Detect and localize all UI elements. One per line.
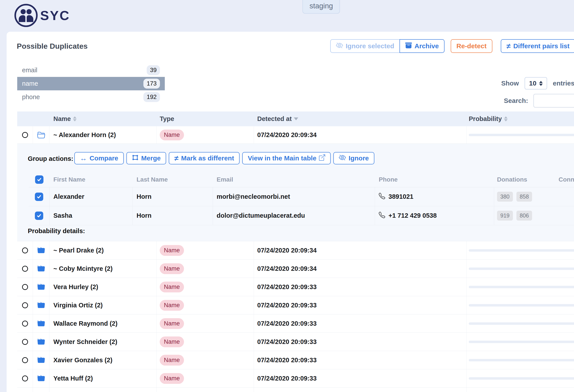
probability-bar [469,341,574,343]
table-row[interactable]: ~ Pearl Drake (2) Name 07/24/2020 20:09:… [17,241,574,260]
archive-button[interactable]: Archive [400,39,445,53]
detected-at: 07/24/2020 20:09:33 [257,320,317,327]
row-radio[interactable] [22,375,28,381]
page-size-control: Show 10 entries [501,77,574,90]
probability-bar [469,359,574,361]
type-badge: Name [160,245,184,256]
mark-as-different-button[interactable]: ≠ Mark as different [169,152,240,164]
probability-bar [469,267,574,270]
column-header-name[interactable]: Name [49,112,157,126]
eye-slash-icon [339,154,346,163]
table-row[interactable]: Wallace Raymond (2) Name 07/24/2020 20:0… [17,315,574,333]
folder-icon[interactable] [33,369,49,387]
column-header-detected-at[interactable]: Detected at [254,112,467,126]
show-label: Show [501,79,519,87]
group-name: ~ Coby Mcintyre (2) [53,265,113,272]
probability-bar [469,377,574,380]
ignore-button[interactable]: Ignore [333,152,374,164]
table-row[interactable]: ~ Alexander Horn (2) Name 07/24/2020 20:… [17,126,574,144]
detected-at: 07/24/2020 20:09:33 [257,356,317,364]
row-radio[interactable] [22,266,28,272]
filter-item-phone[interactable]: phone 192 [17,90,165,104]
redetect-button[interactable]: Re-detect [451,39,492,53]
folder-icon[interactable] [33,351,49,369]
table-row[interactable]: ~ Coby Mcintyre (2) Name 07/24/2020 20:0… [17,260,574,278]
app-logo[interactable]: SYC [14,3,70,28]
type-badge: Name [160,263,184,274]
filter-item-name[interactable]: name 173 [17,77,165,90]
probability-bar [469,249,574,252]
view-in-main-table-button[interactable]: View in the Main table [242,152,331,164]
type-badge: Name [160,300,184,311]
sort-desc-icon [294,117,298,120]
detected-at: 07/24/2020 20:09:33 [257,375,317,382]
subtable-header-row: First Name Last Name Email Phone Donatio… [29,172,574,187]
table-header-row: Name Type Detected at Probability [17,112,574,126]
group-name: Wallace Raymond (2) [53,320,118,327]
duplicates-table: Name Type Detected at Probability ~ Alex… [17,112,574,392]
select-all-checkbox[interactable] [35,175,43,184]
ignore-selected-button[interactable]: Ignore selected [330,39,400,53]
folder-icon[interactable] [33,333,49,351]
record-email: dolor@dictumeuplacerat.edu [213,206,375,225]
type-badge: Name [160,318,184,329]
folder-icon[interactable] [33,315,49,333]
subcolumn-email: Email [213,172,375,187]
row-radio[interactable] [22,132,28,138]
row-radio[interactable] [22,321,28,327]
entries-label: entries [553,79,574,87]
record-row[interactable]: Sasha Horn dolor@dictumeuplacerat.edu +1… [29,206,574,225]
column-header-probability[interactable]: Probability [467,112,574,126]
environment-badge: staging [303,0,340,14]
record-row[interactable]: Alexander Horn morbi@necleomorbi.net 389… [29,187,574,206]
filter-item-email[interactable]: email 39 [17,63,165,77]
subcolumn-phone: Phone [375,172,494,187]
table-row[interactable]: Vera Hurley (2) Name 07/24/2020 20:09:33 [17,278,574,296]
type-badge: Name [160,282,184,292]
table-row[interactable]: Virginia Ortiz (2) Name 07/24/2020 20:09… [17,296,574,315]
detected-at: 07/24/2020 20:09:33 [257,338,317,346]
open-folder-icon[interactable] [33,126,49,143]
record-first-name: Sasha [50,206,133,225]
record-email: morbi@necleomorbi.net [213,187,375,206]
row-radio[interactable] [22,247,28,253]
page-size-select[interactable]: 10 [525,77,547,90]
logo-people-icon [14,3,38,28]
group-name: Xavier Gonzales (2) [53,356,113,364]
table-row[interactable]: Wynter Schneider (2) Name 07/24/2020 20:… [17,333,574,351]
row-radio[interactable] [22,284,28,290]
folder-icon[interactable] [33,296,49,314]
filter-count-badge: 173 [144,79,160,89]
compare-button[interactable]: ↔ Compare [74,152,124,164]
different-pairs-button[interactable]: ≠ Different pairs list [501,39,574,53]
detected-at: 07/24/2020 20:09:33 [257,302,317,309]
external-link-icon [319,154,325,162]
row-radio[interactable] [22,339,28,345]
eye-slash-icon [336,42,343,51]
brand-name: SYC [40,8,70,23]
row-radio[interactable] [22,302,28,308]
merge-button[interactable]: Merge [126,152,166,164]
record-checkbox[interactable] [35,211,43,220]
expanded-group-panel: Group actions: ↔ Compare [17,144,574,241]
subcolumn-last-name: Last Name [133,172,213,187]
filter-label: phone [22,93,40,101]
donation-badge: 380 [497,192,513,202]
folder-icon[interactable] [33,278,49,296]
table-row[interactable]: Xavier Gonzales (2) Name 07/24/2020 20:0… [17,351,574,369]
table-row[interactable] [17,388,574,392]
group-name: Yetta Huff (2) [53,375,93,382]
folder-icon[interactable] [33,241,49,259]
subcolumn-first-name: First Name [50,172,133,187]
search-input[interactable] [533,94,574,108]
group-actions-buttons: ↔ Compare Merge [74,152,374,164]
type-badge: Name [160,355,184,366]
group-name: Vera Hurley (2) [53,283,98,291]
probability-bar [469,134,574,136]
record-phone: 3891021 [389,193,413,200]
table-row[interactable]: Yetta Huff (2) Name 07/24/2020 20:09:33 [17,369,574,388]
folder-icon[interactable] [33,260,49,278]
row-radio[interactable] [22,357,28,363]
record-checkbox[interactable] [35,193,43,201]
type-badge: Name [160,130,184,140]
